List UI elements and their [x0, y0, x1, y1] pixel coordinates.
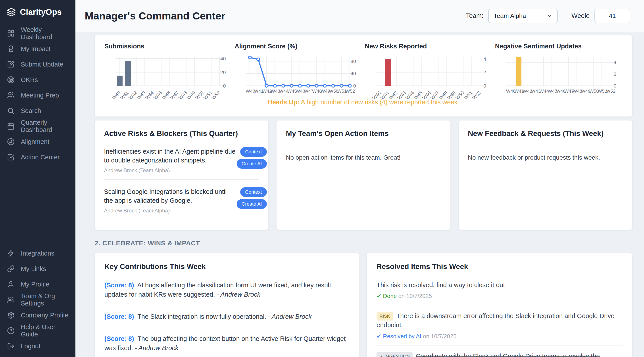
main-area: Manager's Command Center Team: Team Alph…	[76, 0, 644, 357]
celebrate-section-title: 2. CELEBRATE: WINS & IMPACT	[95, 239, 633, 247]
sidebar-item-label: Company Profile	[21, 312, 68, 319]
sidebar-item-label: My Profile	[21, 281, 49, 288]
sidebar-item-label: My Links	[21, 265, 46, 273]
sidebar-item-label: Integrations	[21, 250, 54, 257]
new-feedback-title: New Feedback & Requests (This Week)	[468, 129, 623, 138]
heads-up-prefix: Heads Up:	[268, 99, 299, 106]
sidebar-item-label: Action Center	[21, 154, 60, 161]
status-date: on 10/7/2025	[423, 333, 456, 340]
resolved-item: SUGGESTIONCoordinate with the Slack and …	[376, 345, 622, 357]
contribution-score: (Score: 8)	[104, 313, 134, 320]
contribution-text: The Slack integration is now fully opera…	[138, 313, 266, 320]
users-icon	[7, 91, 14, 99]
chevron-down-icon	[547, 13, 552, 19]
contribution-list: (Score: 8) AI bugs affecting the classif…	[104, 274, 349, 357]
sidebar-nav-footer: Integrations My Links My Profile Team & …	[0, 246, 76, 354]
resolved-items-title: Resolved Items This Week	[376, 262, 622, 271]
contribution-score: (Score: 8)	[104, 335, 134, 342]
resolved-text-strike: This risk is resolved, find a way to clo…	[376, 281, 505, 289]
open-action-items-title: My Team's Open Action Items	[286, 129, 441, 138]
app-root: ClarityOps Weekly Dashboard My Impact Su…	[0, 0, 644, 357]
sidebar-item-label: Weekly Dashboard	[21, 26, 68, 41]
resolved-text: RISKThere is a downstream error affectin…	[376, 312, 622, 330]
key-contributions-title: Key Contributions This Week	[104, 262, 349, 271]
sentiment-chart-block: Negative Sentiment Updates 024W40W41W42W…	[494, 43, 624, 96]
sidebar-item-weekly-dashboard[interactable]: Weekly Dashboard	[0, 26, 76, 41]
sidebar-item-label: Search	[21, 107, 41, 114]
sidebar-item-my-impact[interactable]: My Impact	[0, 41, 76, 57]
edit-icon	[7, 60, 14, 68]
week-label: Week:	[572, 12, 590, 19]
contribution-score: (Score: 8)	[104, 282, 134, 289]
sidebar-item-label: Logout	[21, 343, 40, 350]
sidebar-nav-main: Weekly Dashboard My Impact Submit Update…	[0, 26, 76, 165]
new-risks-chart: 024W40W41W42W43W44W45W46W47W48W49W50W51W…	[364, 57, 488, 96]
contribution-author: - Andrew Brock	[135, 345, 178, 352]
sidebar-item-submit-update[interactable]: Submit Update	[0, 57, 76, 72]
team-select-value: Team Alpha	[494, 12, 526, 19]
sidebar-item-label: Help & User Guide	[21, 324, 68, 338]
chart-title: Alignment Score (%)	[235, 43, 358, 50]
week-input[interactable]	[594, 9, 630, 23]
sidebar-item-logout[interactable]: Logout	[0, 339, 76, 354]
resolved-status: ✔ Done on 10/7/2025	[376, 293, 622, 300]
sentiment-chart: 024W40W41W42W43W44W45W46W47W48W49W50W51W…	[494, 57, 618, 96]
app-logo: ClarityOps	[0, 7, 76, 26]
page-title: Manager's Command Center	[85, 10, 225, 22]
contribution-author: - Andrew Brock	[217, 291, 260, 298]
content: Submissions 02040W40W41W42W43W44W45W46W4…	[76, 32, 644, 357]
logout-icon	[7, 343, 14, 350]
compass-icon	[7, 138, 14, 145]
status-done: ✔ Done	[376, 293, 397, 299]
sidebar-item-help-user-guide[interactable]: Help & User Guide	[0, 323, 76, 339]
resolved-text: SUGGESTIONCoordinate with the Slack and …	[376, 352, 622, 357]
layers-icon	[7, 7, 16, 17]
app-name: ClarityOps	[20, 7, 62, 17]
submissions-chart: 02040W40W41W42W43W44W45W46W47W48W49W50W5…	[103, 57, 228, 96]
sidebar-item-my-links[interactable]: My Links	[0, 261, 76, 277]
resolved-items-card: Resolved Items This Week This risk is re…	[366, 253, 633, 357]
active-risks-card: Active Risks & Blockers (This Quarter) I…	[94, 120, 269, 230]
user-icon	[7, 281, 14, 288]
risk-author: Andrew Brock (Team Alpha)	[104, 167, 237, 174]
create-ai-button[interactable]: Create AI	[237, 159, 267, 169]
submissions-chart-block: Submissions 02040W40W41W42W43W44W45W46W4…	[103, 43, 234, 96]
risk-list: Inefficiencies exist in the AI Agent pip…	[104, 139, 259, 220]
resolved-text-strike: There is a downstream error affecting th…	[376, 312, 614, 329]
celebrate-row: Key Contributions This Week (Score: 8) A…	[94, 253, 633, 357]
sidebar-item-alignment[interactable]: Alignment	[0, 134, 76, 149]
sidebar-item-quarterly-dashboard[interactable]: Quarterly Dashboard	[0, 118, 76, 134]
sidebar-item-integrations[interactable]: Integrations	[0, 246, 76, 261]
create-ai-button[interactable]: Create AI	[237, 199, 267, 209]
contribution-author: - Andrew Brock	[268, 313, 312, 320]
chart-title: New Risks Reported	[365, 43, 488, 50]
sidebar-item-okrs[interactable]: OKRs	[0, 72, 76, 87]
sidebar: ClarityOps Weekly Dashboard My Impact Su…	[0, 0, 76, 357]
sidebar-item-team-org-settings[interactable]: Team & Org Settings	[0, 292, 76, 308]
sidebar-item-meeting-prep[interactable]: Meeting Prep	[0, 87, 76, 103]
context-button[interactable]: Context	[240, 187, 267, 197]
team-select[interactable]: Team Alpha	[488, 9, 558, 23]
weekly-pulse-card: Submissions 02040W40W41W42W43W44W45W46W4…	[94, 35, 633, 117]
sidebar-item-action-center[interactable]: Action Center	[0, 149, 76, 165]
context-button[interactable]: Context	[240, 147, 267, 157]
link-icon	[7, 265, 14, 273]
top-header: Manager's Command Center Team: Team Alph…	[76, 0, 644, 32]
sidebar-item-my-profile[interactable]: My Profile	[0, 277, 76, 292]
active-risks-title: Active Risks & Blockers (This Quarter)	[104, 129, 259, 138]
sidebar-item-search[interactable]: Search	[0, 103, 76, 118]
search-icon	[7, 107, 14, 114]
panel-row: Active Risks & Blockers (This Quarter) I…	[94, 120, 633, 230]
grid-icon	[7, 30, 14, 37]
sidebar-item-label: Team & Org Settings	[21, 293, 68, 307]
risk-author: Andrew Brock (Team Alpha)	[104, 208, 237, 214]
zap-icon	[7, 250, 14, 257]
users-icon	[7, 296, 14, 304]
calendar-icon	[7, 122, 14, 130]
heads-up-text: A high number of new risks (4) were repo…	[300, 99, 459, 106]
risk-item: Inefficiencies exist in the AI Agent pip…	[104, 139, 259, 179]
team-label: Team:	[466, 12, 484, 19]
risk-actions: Context Create AI	[237, 147, 267, 174]
sidebar-item-company-profile[interactable]: Company Profile	[0, 308, 76, 323]
new-feedback-card: New Feedback & Requests (This Week) No n…	[458, 120, 633, 230]
